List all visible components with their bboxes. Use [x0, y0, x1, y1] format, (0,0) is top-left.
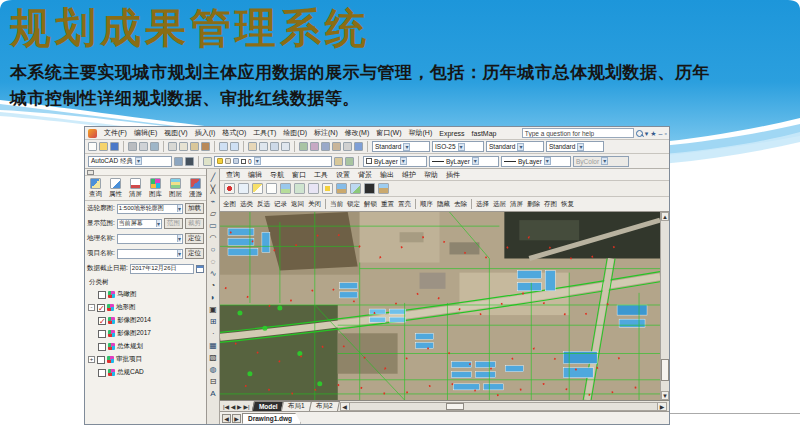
ellipse-arc-icon[interactable]: ◗: [208, 291, 219, 302]
document-icon[interactable]: [266, 183, 277, 194]
scroll-down-icon[interactable]: ▼: [661, 391, 669, 400]
geo-name-dropdown[interactable]: ▾: [117, 234, 183, 244]
plugin-menu-background[interactable]: 背景: [358, 170, 372, 180]
tree-item-masterplan[interactable]: 总体规划: [88, 340, 206, 353]
minimize-icon[interactable]: –: [659, 130, 663, 137]
pan-icon[interactable]: [248, 142, 257, 151]
region-icon[interactable]: ◍: [208, 363, 219, 374]
dim-style-dropdown[interactable]: ISO-25 ▾: [432, 141, 484, 152]
calendar-icon[interactable]: [196, 265, 204, 273]
markup-icon[interactable]: [343, 142, 352, 151]
plot-icon[interactable]: [128, 142, 137, 151]
ellipse-icon[interactable]: ◔: [208, 279, 219, 290]
lineweight-dropdown[interactable]: ByLayer ▾: [501, 156, 571, 167]
save-icon[interactable]: [110, 142, 119, 151]
open-icon[interactable]: [99, 142, 108, 151]
lock-button[interactable]: 锁定: [347, 200, 360, 209]
scroll-right-icon[interactable]: ▶: [657, 403, 666, 410]
tab-model[interactable]: Model: [252, 401, 285, 411]
menu-help[interactable]: 帮助(H): [409, 128, 433, 138]
checkbox[interactable]: [98, 369, 106, 377]
mtext-icon[interactable]: A: [208, 387, 219, 398]
tree-item-imagery2017[interactable]: 影像图2017: [88, 327, 206, 340]
rectangle-icon[interactable]: ▭: [208, 219, 219, 230]
file-tab-left-icon[interactable]: ◀: [222, 414, 231, 423]
search-icon[interactable]: [636, 130, 643, 137]
plugin-menu-tools[interactable]: 工具: [314, 170, 328, 180]
order-button[interactable]: 顺序: [420, 200, 433, 209]
layer-dropdown[interactable]: 0 ▾: [214, 156, 332, 167]
gradient-icon[interactable]: ▧: [208, 351, 219, 362]
plugin-menu-settings[interactable]: 设置: [336, 170, 350, 180]
arc-icon[interactable]: ◠: [208, 231, 219, 242]
color-dropdown[interactable]: ByLayer ▾: [363, 156, 427, 167]
checkbox[interactable]: [98, 330, 106, 338]
tab-drawing1[interactable]: Drawing1.dwg: [242, 413, 301, 424]
locate-icon[interactable]: [280, 183, 291, 194]
expand-expander-icon[interactable]: +: [88, 356, 95, 363]
help-icon[interactable]: [354, 142, 363, 151]
tree-item-birdview[interactable]: 鸟瞰图: [88, 288, 206, 301]
match-properties-icon[interactable]: [201, 142, 210, 151]
save-map-button[interactable]: 存图: [544, 200, 557, 209]
delete-button[interactable]: 删除: [527, 200, 540, 209]
menu-modify[interactable]: 修改(M): [345, 128, 370, 138]
help-search-input[interactable]: Type a question for help: [522, 128, 634, 138]
close-button[interactable]: 关闭: [308, 200, 321, 209]
toolpalettes-icon[interactable]: [321, 142, 330, 151]
menu-express[interactable]: Express: [439, 130, 464, 137]
terrain-icon[interactable]: [336, 183, 347, 194]
menu-fastmap[interactable]: fastMap: [472, 130, 497, 137]
layer-properties-icon[interactable]: [203, 157, 212, 166]
menu-view[interactable]: 视图(V): [164, 128, 187, 138]
checkbox[interactable]: [98, 343, 106, 351]
plugin-menu-window[interactable]: 窗口: [292, 170, 306, 180]
plugin-menu-addons[interactable]: 插件: [446, 170, 460, 180]
redo-icon[interactable]: [230, 142, 239, 151]
tab-layout1[interactable]: 布局1: [281, 401, 312, 411]
plugin-menu-help[interactable]: 帮助: [424, 170, 438, 180]
select-layer-button[interactable]: 选层: [493, 200, 506, 209]
refresh-icon[interactable]: [294, 183, 305, 194]
plot-preview-icon[interactable]: [139, 142, 148, 151]
new-icon[interactable]: [88, 142, 97, 151]
plugin-menu-query[interactable]: 查询: [226, 170, 240, 180]
collapse-expander-icon[interactable]: -: [88, 304, 95, 311]
checkbox[interactable]: [98, 291, 106, 299]
plugin-menu-navigate[interactable]: 导航: [270, 170, 284, 180]
remove-button[interactable]: 去除: [454, 200, 467, 209]
zoom-previous-icon[interactable]: [281, 142, 290, 151]
menu-tools[interactable]: 工具(T): [253, 128, 276, 138]
menu-draw[interactable]: 绘图(D): [283, 128, 307, 138]
tree-item-approval[interactable]: + 审批项目: [88, 353, 206, 366]
star-icon[interactable]: ★: [650, 130, 656, 137]
mleader-style-dropdown[interactable]: Standard ▾: [546, 141, 604, 152]
lightning-icon[interactable]: [252, 183, 263, 194]
file-tab-right-icon[interactable]: ▶: [232, 414, 241, 423]
tree-item-cad[interactable]: 总规CAD: [88, 366, 206, 379]
layer-states-icon[interactable]: [334, 157, 343, 166]
zoom-realtime-icon[interactable]: [259, 142, 268, 151]
invert-select-button[interactable]: 反选: [257, 200, 270, 209]
tree-item-imagery2014[interactable]: 影像图2014: [88, 314, 206, 327]
polygon-icon[interactable]: ▱: [208, 207, 219, 218]
circle-icon[interactable]: ○: [208, 243, 219, 254]
load-button[interactable]: 加载: [185, 203, 204, 214]
image-frame-icon[interactable]: [350, 183, 361, 194]
menu-file[interactable]: 文件(F): [104, 128, 127, 138]
night-screen-icon[interactable]: [364, 183, 375, 194]
cut-icon[interactable]: [168, 142, 177, 151]
point-marker-icon[interactable]: [224, 183, 235, 194]
menu-format[interactable]: 格式(O): [222, 128, 246, 138]
unlock-button[interactable]: 解锁: [364, 200, 377, 209]
zoom-window-icon[interactable]: [270, 142, 279, 151]
help-bubble-icon[interactable]: [308, 183, 319, 194]
zoom-select-icon[interactable]: [238, 183, 249, 194]
checkbox-checked[interactable]: [98, 317, 106, 325]
menu-window[interactable]: 窗口(W): [376, 128, 401, 138]
menu-insert[interactable]: 插入(I): [195, 128, 216, 138]
layer-prev-icon[interactable]: [345, 157, 354, 166]
search-dropdown-icon[interactable]: ▾: [645, 130, 649, 137]
select-button[interactable]: 选择: [476, 200, 489, 209]
text-style-dropdown[interactable]: Standard ▾: [372, 141, 430, 152]
